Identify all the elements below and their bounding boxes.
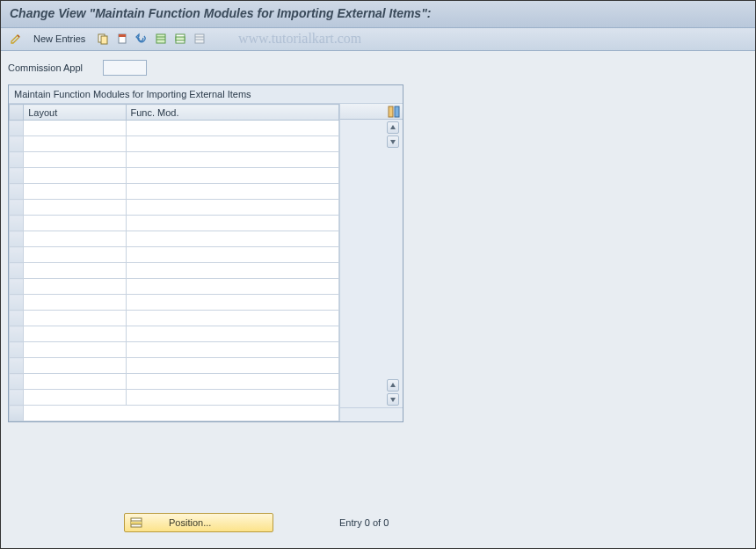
- position-button[interactable]: Position...: [124, 513, 273, 532]
- row-selector[interactable]: [10, 231, 24, 247]
- layout-cell[interactable]: [24, 311, 126, 326]
- table-row[interactable]: [10, 279, 339, 295]
- select-column-header[interactable]: [10, 105, 24, 121]
- scroll-up-icon[interactable]: [387, 121, 399, 134]
- table-row[interactable]: [10, 200, 339, 216]
- layout-cell[interactable]: [24, 121, 126, 136]
- row-selector[interactable]: [10, 279, 24, 295]
- layout-cell[interactable]: [24, 231, 126, 247]
- table-row[interactable]: [10, 295, 339, 311]
- func-mod-cell[interactable]: [126, 279, 339, 295]
- func-mod-cell[interactable]: [126, 295, 339, 311]
- row-selector[interactable]: [10, 374, 24, 390]
- layout-cell[interactable]: [24, 374, 126, 390]
- row-selector[interactable]: [10, 263, 24, 279]
- func-mod-cell[interactable]: [126, 121, 339, 136]
- horizontal-scroll-row: [10, 406, 339, 421]
- table-row[interactable]: [10, 121, 339, 136]
- select-block-icon[interactable]: [172, 31, 188, 47]
- deselect-all-icon[interactable]: [192, 31, 207, 47]
- row-selector[interactable]: [10, 136, 24, 152]
- func-mod-cell[interactable]: [126, 390, 339, 406]
- table-settings-icon[interactable]: [388, 106, 400, 118]
- table-row[interactable]: [10, 342, 339, 358]
- table-row[interactable]: [10, 390, 339, 406]
- change-icon[interactable]: [8, 31, 24, 47]
- func-mod-cell[interactable]: [126, 136, 339, 152]
- table-row[interactable]: [10, 152, 339, 168]
- row-selector[interactable]: [10, 216, 24, 231]
- table-row[interactable]: [10, 326, 339, 342]
- func-mod-cell[interactable]: [126, 152, 339, 168]
- func-mod-cell[interactable]: [126, 231, 339, 247]
- row-selector[interactable]: [10, 390, 24, 406]
- layout-cell[interactable]: [24, 216, 126, 231]
- layout-cell[interactable]: [24, 247, 126, 263]
- svg-rect-13: [395, 106, 399, 117]
- row-selector[interactable]: [10, 184, 24, 200]
- toolbar: New Entries www.tutorialkart.com: [1, 28, 755, 51]
- func-mod-cell[interactable]: [126, 168, 339, 184]
- layout-cell[interactable]: [24, 295, 126, 311]
- data-table: Layout Func. Mod.: [9, 104, 339, 421]
- row-selector[interactable]: [10, 311, 24, 326]
- func-mod-cell[interactable]: [126, 342, 339, 358]
- table-row[interactable]: [10, 263, 339, 279]
- func-mod-cell[interactable]: [126, 326, 339, 342]
- row-selector[interactable]: [10, 152, 24, 168]
- table-row[interactable]: [10, 216, 339, 231]
- table-row[interactable]: [10, 168, 339, 184]
- func-mod-cell[interactable]: [126, 374, 339, 390]
- func-mod-cell[interactable]: [126, 263, 339, 279]
- layout-cell[interactable]: [24, 326, 126, 342]
- row-selector[interactable]: [10, 168, 24, 184]
- layout-cell[interactable]: [24, 342, 126, 358]
- layout-column-header[interactable]: Layout: [24, 105, 126, 121]
- row-selector[interactable]: [10, 200, 24, 216]
- func-mod-cell[interactable]: [126, 247, 339, 263]
- func-mod-cell[interactable]: [126, 184, 339, 200]
- row-selector[interactable]: [10, 358, 24, 374]
- undo-icon[interactable]: [134, 31, 149, 47]
- svg-rect-9: [195, 34, 204, 43]
- layout-cell[interactable]: [24, 390, 126, 406]
- row-selector[interactable]: [10, 247, 24, 263]
- row-selector[interactable]: [10, 121, 24, 136]
- row-selector[interactable]: [10, 342, 24, 358]
- delete-icon[interactable]: [114, 31, 130, 47]
- title-bar: Change View "Maintain Function Modules f…: [1, 1, 755, 28]
- svg-rect-4: [156, 34, 165, 43]
- table-row[interactable]: [10, 311, 339, 326]
- commission-appl-input[interactable]: [103, 60, 147, 76]
- copy-icon[interactable]: [95, 31, 111, 47]
- func-mod-cell[interactable]: [126, 311, 339, 326]
- layout-cell[interactable]: [24, 279, 126, 295]
- table-row[interactable]: [10, 358, 339, 374]
- scroll-down-step-icon[interactable]: [387, 135, 399, 148]
- func-mod-column-header[interactable]: Func. Mod.: [126, 105, 339, 121]
- svg-rect-1: [101, 36, 107, 44]
- layout-cell[interactable]: [24, 200, 126, 216]
- table-row[interactable]: [10, 231, 339, 247]
- row-selector[interactable]: [10, 295, 24, 311]
- layout-cell[interactable]: [24, 152, 126, 168]
- table-row[interactable]: [10, 184, 339, 200]
- select-all-icon[interactable]: [153, 31, 169, 47]
- scroll-down-icon[interactable]: [387, 393, 399, 406]
- layout-cell[interactable]: [24, 358, 126, 374]
- row-selector[interactable]: [10, 326, 24, 342]
- table-row[interactable]: [10, 136, 339, 152]
- new-entries-button[interactable]: New Entries: [27, 31, 91, 47]
- func-mod-cell[interactable]: [126, 358, 339, 374]
- layout-cell[interactable]: [24, 168, 126, 184]
- layout-cell[interactable]: [24, 184, 126, 200]
- table-row[interactable]: [10, 247, 339, 263]
- func-mod-cell[interactable]: [126, 200, 339, 216]
- svg-rect-12: [389, 106, 393, 117]
- scroll-up-step-icon[interactable]: [387, 379, 399, 392]
- layout-cell[interactable]: [24, 136, 126, 152]
- layout-cell[interactable]: [24, 263, 126, 279]
- table-row[interactable]: [10, 374, 339, 390]
- func-mod-cell[interactable]: [126, 216, 339, 231]
- position-icon: [130, 516, 142, 529]
